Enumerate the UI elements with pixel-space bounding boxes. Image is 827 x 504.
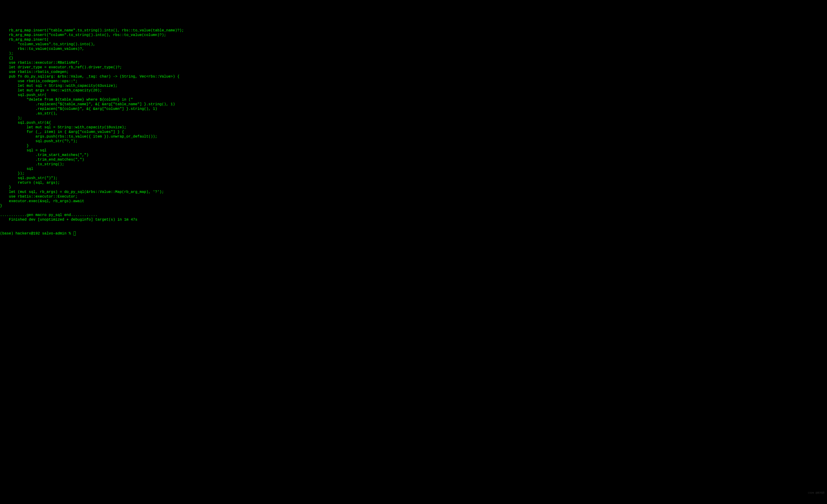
code-line: let mut sql = String::with_capacity(63us… [0,84,827,88]
code-line: let (mut sql, rb_args) = do_py_sql(&rbs:… [0,190,827,194]
code-line: return (sql, args); [0,181,827,185]
code-line: ); [0,51,827,56]
code-line: executor.exec(&sql, rb_args).await [0,199,827,204]
code-line: "delete from ${table_name} where ${colum… [0,97,827,102]
code-line: rb_arg_map.insert("column".to_string().i… [0,33,827,37]
code-line: {} [0,56,827,60]
code-line: for (_, item) in { &arg["column_values"]… [0,130,827,134]
shell-prompt: (base) hackerx@192 salvo-admin % [0,232,73,236]
code-line: .trim_end_matches(",") [0,157,827,162]
code-line: sql.push_str(&{ [0,120,827,125]
code-line: use rbatis::executor::Executor; [0,194,827,199]
code-line: let driver_type = executor.rb_ref().driv… [0,65,827,70]
code-line: }); [0,171,827,176]
code-line: .to_string(); [0,162,827,167]
code-line: use rbatis_codegen::ops::*; [0,79,827,84]
code-line: use rbatis::executor::RBatisRef; [0,60,827,65]
code-line: .replacen("${table_name}", &{ &arg["tabl… [0,102,827,107]
code-line: Finished dev [unoptimized + debuginfo] t… [0,217,827,222]
code-line: .replacen("${column}", &{ &arg["column"]… [0,107,827,111]
code-line: rb_arg_map.insert("table_name".to_string… [0,28,827,33]
prompt-line: (base) hackerx@192 salvo-admin % [0,231,827,236]
cursor [74,232,76,236]
code-line: "column_values".to_string().into(), [0,42,827,47]
code-line: ............gen macro py_sql end........… [0,213,827,217]
code-line: pub fn do_py_sql(arg: &rbs::Value, _tag:… [0,74,827,79]
code-line: ); [0,116,827,120]
code-line: let mut args = Vec::with_capacity(20); [0,88,827,93]
code-line: rb_arg_map.insert( [0,37,827,42]
code-line [0,208,827,213]
code-line: args.push(rbs::to_value({ item }).unwrap… [0,134,827,139]
code-line: sql.push_str(")"); [0,176,827,181]
code-line: sql [0,167,827,171]
code-line: } [0,144,827,148]
code-line: use rbatis::rbatis_codegen; [0,70,827,74]
code-line: sql = sql [0,148,827,153]
code-line: rbs::to_value(column_values)?, [0,47,827,51]
code-line: sql.push_str( [0,93,827,97]
code-line: .as_str(), [0,111,827,116]
code-line: sql.push_str("?,"); [0,139,827,144]
terminal-output[interactable]: rb_arg_map.insert("table_name".to_string… [0,18,827,241]
code-block: rb_arg_map.insert("table_name".to_string… [0,28,827,222]
code-line: .trim_start_matches(",") [0,153,827,157]
code-line: } [0,204,827,208]
code-line: let mut sql = String::with_capacity(10us… [0,125,827,130]
code-line: } [0,185,827,190]
